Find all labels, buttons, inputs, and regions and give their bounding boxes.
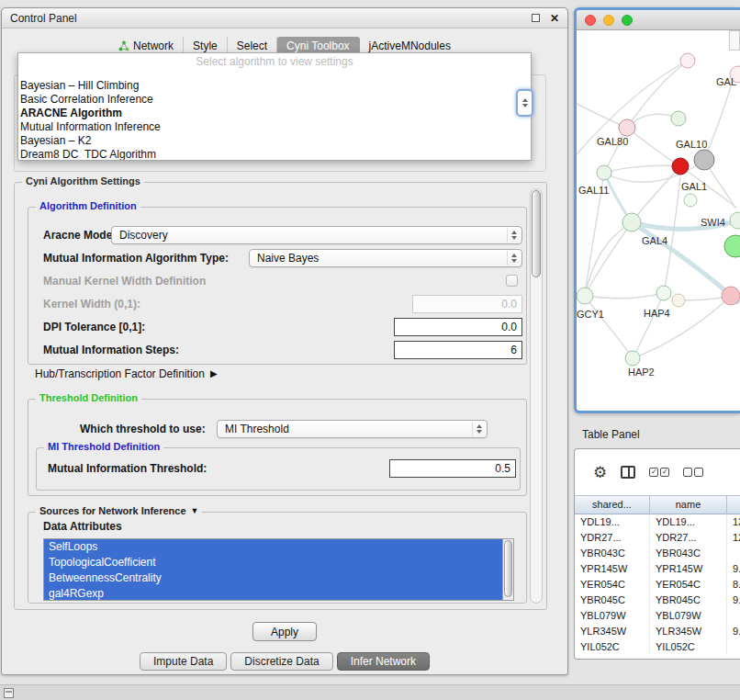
manual-kernel-checkbox[interactable] bbox=[506, 275, 518, 287]
sources-toggle[interactable]: Sources for Network Inference ▼ bbox=[36, 505, 202, 516]
tab-impute-data[interactable]: Impute Data bbox=[140, 652, 227, 671]
table-row[interactable]: YBL079WYBL079W bbox=[575, 608, 740, 624]
network-node[interactable] bbox=[622, 213, 641, 231]
minimize-button[interactable] bbox=[603, 15, 614, 26]
table-cell[interactable]: YBR045C bbox=[575, 593, 650, 608]
table-cell[interactable]: YPR145W bbox=[575, 561, 650, 577]
table-cell[interactable]: 12 bbox=[727, 530, 740, 546]
dpi-tolerance-input[interactable] bbox=[394, 318, 522, 336]
network-edge bbox=[585, 296, 633, 358]
table-cell[interactable]: YBR043C bbox=[575, 546, 650, 561]
tab-infer-network[interactable]: Infer Network bbox=[337, 652, 430, 671]
table-cell[interactable]: 13 bbox=[727, 514, 740, 530]
table-cell[interactable]: YIL052C bbox=[650, 639, 727, 655]
table-cell[interactable]: YIL052C bbox=[575, 639, 650, 655]
table-row[interactable]: YBR043CYBR043C bbox=[575, 546, 740, 561]
scrollbar-thumb[interactable] bbox=[504, 540, 512, 597]
hub-definition-toggle[interactable]: Hub/Transcription Factor Definition ▶ bbox=[35, 367, 218, 381]
mi-threshold-input[interactable] bbox=[389, 459, 516, 478]
algorithm-popup-item[interactable]: Basic Correlation Inference bbox=[18, 93, 531, 107]
network-node[interactable] bbox=[671, 111, 686, 126]
table-row[interactable]: YDR27...YDR27...12 bbox=[575, 530, 740, 546]
column-header-partial[interactable] bbox=[727, 495, 740, 514]
table-cell[interactable]: YPR145W bbox=[650, 561, 727, 577]
data-attributes-list[interactable]: SelfLoopsTopologicalCoefficientBetweenne… bbox=[43, 538, 502, 601]
table-cell[interactable]: YLR345W bbox=[650, 624, 727, 639]
network-node[interactable] bbox=[672, 294, 685, 307]
table-row[interactable]: YER054CYER054C8. bbox=[575, 577, 740, 593]
algorithm-combo-fragment[interactable] bbox=[516, 89, 533, 117]
table-cell[interactable]: YBL079W bbox=[575, 608, 650, 624]
network-node[interactable] bbox=[730, 212, 740, 229]
table-cell[interactable]: YER054C bbox=[575, 577, 650, 593]
column-header-shared-name[interactable]: shared... bbox=[575, 495, 650, 514]
gear-icon[interactable]: ⚙ bbox=[593, 465, 607, 480]
tab-label: Select bbox=[237, 40, 267, 52]
deselect-all-icon[interactable] bbox=[683, 468, 703, 477]
table-cell[interactable]: YER054C bbox=[650, 577, 727, 593]
algorithm-popup-item[interactable]: Bayesian – Hill Climbing bbox=[18, 79, 531, 93]
which-threshold-select[interactable]: MI Threshold bbox=[217, 420, 488, 438]
network-scrollbar[interactable] bbox=[729, 30, 740, 51]
network-node[interactable] bbox=[680, 53, 695, 68]
aracne-mode-select[interactable]: Discovery bbox=[111, 226, 522, 244]
algorithm-popup-item[interactable]: Mutual Information Inference bbox=[18, 120, 531, 134]
table-cell[interactable] bbox=[727, 608, 740, 624]
table-cell[interactable]: YDL19... bbox=[575, 514, 650, 530]
float-panel-icon[interactable] bbox=[532, 14, 540, 22]
close-button[interactable] bbox=[585, 15, 596, 26]
table-cell[interactable]: YDL19... bbox=[650, 514, 727, 530]
table-cell[interactable]: 8. bbox=[727, 577, 740, 593]
network-node[interactable] bbox=[684, 194, 697, 207]
network-node[interactable] bbox=[625, 351, 640, 366]
algorithm-popup-item[interactable]: ARACNE Algorithm bbox=[18, 107, 531, 120]
apply-button[interactable]: Apply bbox=[252, 622, 317, 641]
close-panel-icon[interactable]: ✕ bbox=[550, 13, 559, 24]
data-attribute-item[interactable]: TopologicalCoefficient bbox=[44, 555, 502, 570]
network-node[interactable] bbox=[694, 150, 714, 170]
data-attribute-item[interactable]: SelfLoops bbox=[44, 539, 502, 555]
table-cell[interactable]: YBR043C bbox=[650, 546, 727, 561]
table-row[interactable]: YPR145WYPR145W9. bbox=[575, 561, 740, 577]
columns-icon[interactable] bbox=[621, 466, 635, 479]
table-cell[interactable]: 9. bbox=[727, 624, 740, 639]
algorithm-popup-item[interactable]: Dream8 DC_TDC Algorithm bbox=[18, 148, 531, 161]
column-header-name[interactable]: name bbox=[650, 495, 727, 514]
network-node[interactable] bbox=[597, 165, 611, 180]
network-node[interactable] bbox=[724, 235, 740, 257]
settings-scrollbar[interactable] bbox=[530, 188, 543, 604]
algorithm-popup-item[interactable]: Bayesian – K2 bbox=[18, 134, 531, 148]
table-cell[interactable]: YLR345W bbox=[575, 624, 650, 639]
table-cell[interactable]: 9. bbox=[727, 561, 740, 577]
mi-steps-input[interactable] bbox=[394, 341, 522, 359]
network-node[interactable] bbox=[722, 287, 740, 305]
zoom-button[interactable] bbox=[622, 15, 633, 26]
table-cell[interactable] bbox=[727, 546, 740, 561]
network-node[interactable] bbox=[656, 286, 671, 300]
tab-discretize-data[interactable]: Discretize Data bbox=[230, 652, 332, 671]
data-attributes-label: Data Attributes bbox=[43, 520, 122, 533]
network-node[interactable] bbox=[619, 119, 635, 136]
data-attribute-item[interactable]: gal4RGexp bbox=[44, 586, 502, 601]
table-row[interactable]: YLR345WYLR345W9. bbox=[575, 624, 740, 639]
table-cell[interactable]: YDR27... bbox=[575, 530, 650, 546]
attributes-scrollbar[interactable] bbox=[502, 538, 514, 601]
data-attribute-item[interactable]: BetweennessCentrality bbox=[44, 570, 502, 586]
minimized-panel-icon[interactable] bbox=[4, 688, 14, 698]
select-all-icon[interactable]: ✓✓ bbox=[649, 468, 669, 477]
network-node[interactable] bbox=[577, 288, 593, 304]
table-cell[interactable]: YBR045C bbox=[650, 593, 727, 608]
combo-value: MI Threshold bbox=[225, 421, 289, 437]
table-row[interactable]: YDL19...YDL19...13 bbox=[575, 514, 740, 530]
network-node[interactable] bbox=[672, 158, 689, 175]
table-row[interactable]: YIL052CYIL052C bbox=[575, 639, 740, 655]
network-window-titlebar bbox=[577, 10, 740, 30]
table-cell[interactable]: 9. bbox=[727, 593, 740, 608]
scrollbar-thumb[interactable] bbox=[532, 190, 541, 277]
mi-algorithm-type-select[interactable]: Naive Bayes bbox=[249, 249, 522, 267]
table-cell[interactable] bbox=[727, 639, 740, 655]
table-cell[interactable]: YDR27... bbox=[650, 530, 727, 546]
table-cell[interactable]: YBL079W bbox=[650, 608, 727, 624]
network-canvas[interactable]: GALGAL80GAL10GAL11GAL1SWI4GAL4GCY1HAP4HA… bbox=[577, 30, 740, 411]
table-row[interactable]: YBR045CYBR045C9. bbox=[575, 593, 740, 608]
